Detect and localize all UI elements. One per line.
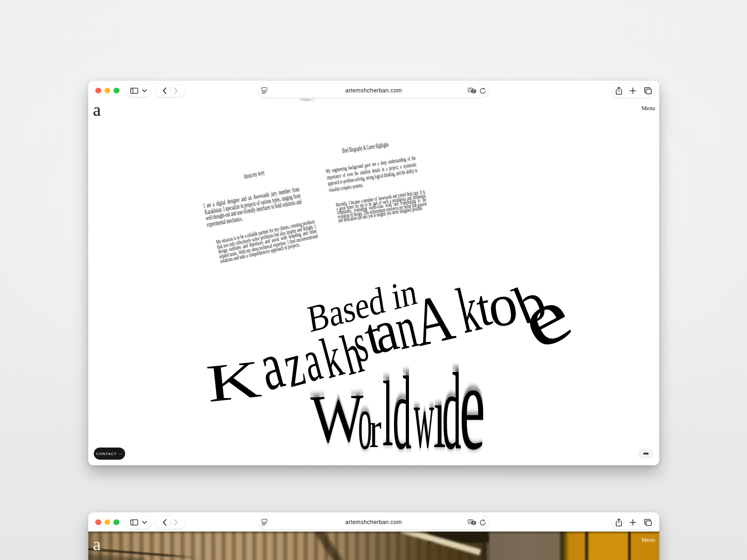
svg-text:w: w bbox=[414, 370, 434, 465]
svg-text:r: r bbox=[369, 400, 381, 458]
svg-text:l: l bbox=[382, 362, 393, 465]
svg-text:W: W bbox=[310, 379, 366, 457]
svg-text:e: e bbox=[459, 338, 485, 465]
svg-text:文: 文 bbox=[472, 521, 475, 525]
svg-text:d: d bbox=[442, 350, 461, 465]
svg-text:K: K bbox=[204, 349, 264, 413]
svg-text:A: A bbox=[469, 519, 472, 524]
svg-text:d: d bbox=[393, 355, 411, 465]
